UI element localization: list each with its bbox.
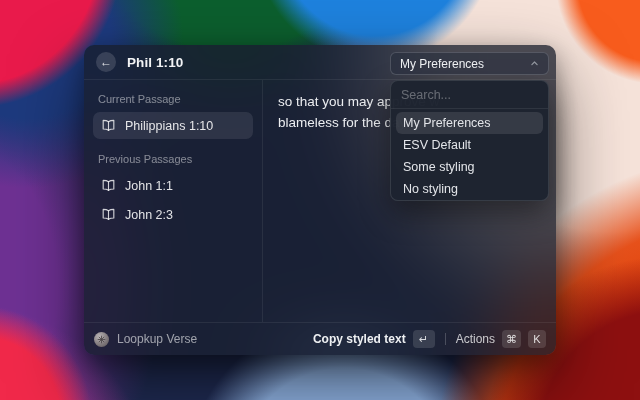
window-footer: Loopkup Verse Copy styled text ↵ Actions…	[84, 322, 556, 355]
app-window: ← Phil 1:10 My Preferences My Preference…	[84, 45, 556, 355]
open-book-icon	[101, 178, 116, 193]
footer-divider	[445, 333, 446, 345]
passage-item-john-2-3[interactable]: John 2:3	[93, 201, 253, 228]
passage-item-john-1-1[interactable]: John 1:1	[93, 172, 253, 199]
command-key-badge: ⌘	[502, 330, 521, 348]
passage-item-philippians-1-10[interactable]: Philippians 1:10	[93, 112, 253, 139]
style-preferences-select[interactable]: My Preferences	[390, 52, 549, 75]
passage-label: John 2:3	[125, 208, 173, 222]
extension-app-icon	[94, 332, 109, 347]
dropdown-item-esv-default[interactable]: ESV Default	[396, 134, 543, 156]
enter-key-badge: ↵	[413, 330, 435, 348]
dropdown-item-some-styling[interactable]: Some styling	[396, 156, 543, 178]
open-book-icon	[101, 207, 116, 222]
page-title: Phil 1:10	[127, 55, 183, 70]
actions-menu-button[interactable]: Actions ⌘ K	[456, 330, 546, 348]
section-label-previous-passages: Previous Passages	[93, 141, 253, 172]
back-button[interactable]: ←	[96, 52, 116, 72]
actions-label: Actions	[456, 332, 495, 346]
copy-styled-text-label: Copy styled text	[313, 332, 406, 346]
open-book-icon	[101, 118, 116, 133]
k-key-badge: K	[528, 330, 546, 348]
passage-sidebar: Current Passage Philippians 1:10 Previou…	[84, 80, 262, 322]
copy-styled-text-action[interactable]: Copy styled text ↵	[313, 330, 435, 348]
passage-label: John 1:1	[125, 179, 173, 193]
footer-actions: Copy styled text ↵ Actions ⌘ K	[313, 330, 546, 348]
dropdown-search-input[interactable]	[391, 81, 548, 109]
chevron-up-icon	[530, 59, 539, 68]
footer-app-info: Loopkup Verse	[94, 332, 197, 347]
style-dropdown-panel: My Preferences ESV Default Some styling …	[390, 80, 549, 201]
style-select-value: My Preferences	[400, 57, 484, 71]
passage-label: Philippians 1:10	[125, 119, 213, 133]
app-name-label: Loopkup Verse	[117, 332, 197, 346]
dropdown-item-my-preferences[interactable]: My Preferences	[396, 112, 543, 134]
dropdown-item-list: My Preferences ESV Default Some styling …	[391, 109, 548, 201]
section-label-current-passage: Current Passage	[93, 88, 253, 112]
dropdown-item-no-styling[interactable]: No styling	[396, 178, 543, 200]
back-arrow-icon: ←	[100, 55, 112, 69]
